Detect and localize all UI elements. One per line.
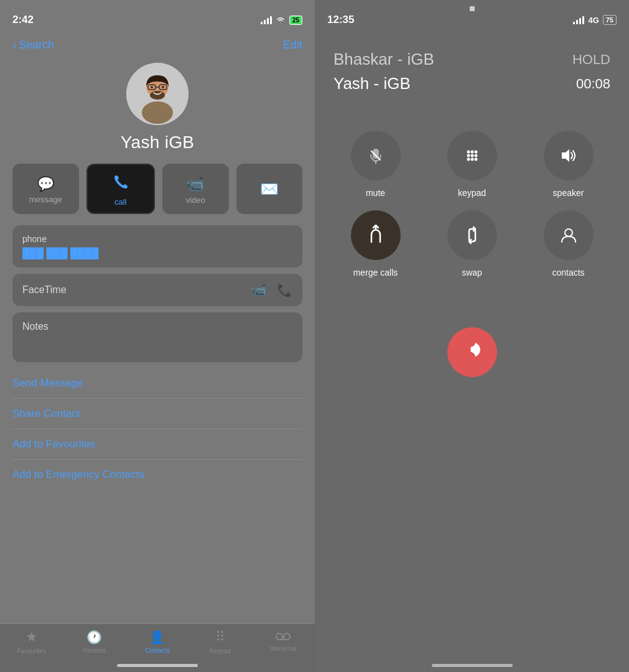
keypad-icon <box>463 146 482 165</box>
notes-label: Notes <box>22 321 49 332</box>
share-contact-link[interactable]: Share Contact <box>12 399 302 429</box>
facetime-video-icon[interactable]: 📹 <box>251 282 267 297</box>
favourites-label: Favourites <box>17 648 46 655</box>
avatar <box>126 63 189 125</box>
video-label: video <box>186 195 205 205</box>
svg-point-6 <box>151 86 153 88</box>
svg-point-21 <box>470 158 473 161</box>
contacts-label: contacts <box>552 268 584 278</box>
status-bar-right: 12:35 4G 75 <box>315 0 629 31</box>
action-buttons: 💬 message call 📹 video ✉️ <box>12 164 302 214</box>
mail-icon: ✉️ <box>260 180 279 198</box>
message-label: message <box>29 195 62 204</box>
keypad-label: Keypad <box>210 648 231 655</box>
swap-button[interactable]: swap <box>430 210 514 278</box>
call-buttons-grid: mute keypad <box>315 93 629 290</box>
tab-recents[interactable]: 🕐 Recents <box>76 630 113 654</box>
right-panel: 12:35 4G 75 Bhaskar - iGB HOLD <box>315 0 629 672</box>
caller-hold-status: HOLD <box>572 52 610 68</box>
svg-point-2 <box>142 101 173 124</box>
phone-section: phone ███ ███ ████ <box>12 225 302 268</box>
call-button[interactable]: call <box>86 164 156 214</box>
status-icons-right: 4G 75 <box>573 15 617 25</box>
caller-hold-name: Bhaskar - iGB <box>333 50 434 69</box>
message-button[interactable]: 💬 message <box>12 164 79 214</box>
speaker-label: speaker <box>553 188 584 198</box>
call-label: call <box>114 197 127 207</box>
speaker-button[interactable]: speaker <box>526 131 610 198</box>
status-time-right: 12:35 <box>327 14 354 26</box>
merge-calls-button[interactable]: merge calls <box>333 210 417 278</box>
tab-contacts[interactable]: 👤 Contacts <box>139 630 176 654</box>
right-content: 12:35 4G 75 Bhaskar - iGB HOLD <box>315 0 629 672</box>
facetime-audio-icon[interactable]: 📞 <box>277 282 292 297</box>
mute-button[interactable]: mute <box>333 131 417 198</box>
keypad-circle <box>447 131 497 180</box>
svg-point-9 <box>276 633 282 640</box>
call-contact-hold: Bhaskar - iGB HOLD <box>333 50 610 69</box>
chevron-left-icon: ‹ <box>12 39 16 52</box>
svg-point-22 <box>474 158 477 161</box>
recents-icon: 🕐 <box>86 630 102 645</box>
merge-calls-circle <box>351 210 401 260</box>
home-indicator-left <box>117 664 198 667</box>
keypad-label: keypad <box>458 188 486 198</box>
avatar-image <box>126 63 189 125</box>
tab-favourites[interactable]: ★ Favourites <box>13 629 50 655</box>
phone-value: ███ ███ ████ <box>22 248 292 259</box>
speaker-icon <box>558 146 579 165</box>
status-bar-left: 2:42 25 <box>0 0 315 31</box>
signal-icon-right <box>573 16 584 24</box>
voicemail-label: Voicemail <box>270 645 297 652</box>
end-call-button[interactable] <box>447 327 497 377</box>
end-call-section <box>315 327 629 377</box>
left-panel: 2:42 25 ‹ Search <box>0 0 315 672</box>
facetime-icons: 📹 📞 <box>251 282 292 297</box>
keypad-icon: ⠿ <box>215 629 225 645</box>
svg-point-17 <box>467 154 470 157</box>
mail-button[interactable]: ✉️ <box>236 164 303 214</box>
mute-circle <box>351 131 401 180</box>
swap-label: swap <box>462 268 482 278</box>
svg-point-7 <box>162 86 164 88</box>
mute-label: mute <box>366 188 385 198</box>
wifi-icon <box>276 16 286 24</box>
contacts-icon: 👤 <box>149 630 165 645</box>
svg-marker-23 <box>562 149 569 162</box>
speaker-circle <box>544 131 594 180</box>
swap-circle <box>447 210 497 260</box>
battery-level-right: 75 <box>606 16 613 24</box>
add-emergency-link[interactable]: Add to Emergency Contacts <box>12 460 302 490</box>
status-icons-left: 25 <box>261 16 302 25</box>
tab-voicemail[interactable]: Voicemail <box>264 632 302 652</box>
back-button[interactable]: ‹ Search <box>12 39 54 52</box>
send-message-link[interactable]: Send Message <box>12 368 302 399</box>
mute-icon <box>366 146 385 165</box>
video-button[interactable]: 📹 video <box>162 164 229 214</box>
contact-name: Yash iGB <box>121 133 195 152</box>
end-call-icon <box>461 341 483 363</box>
voicemail-icon <box>276 632 291 642</box>
avatar-section: Yash iGB <box>0 63 315 152</box>
contacts-label: Contacts <box>145 647 169 654</box>
status-time-left: 2:42 <box>12 14 34 26</box>
call-duration: 00:08 <box>576 76 610 92</box>
swap-icon <box>463 226 482 245</box>
nav-bar-left: ‹ Search Edit <box>0 34 315 57</box>
edit-button[interactable]: Edit <box>283 39 302 52</box>
call-info: Bhaskar - iGB HOLD Yash - iGB 00:08 <box>315 31 629 93</box>
merge-calls-label: merge calls <box>353 268 398 278</box>
contacts-icon <box>559 226 578 245</box>
network-label: 4G <box>588 16 599 25</box>
keypad-button[interactable]: keypad <box>430 131 514 198</box>
add-favourites-link[interactable]: Add to Favourites <box>12 429 302 460</box>
home-indicator-right <box>432 664 513 667</box>
svg-point-10 <box>284 633 290 640</box>
signal-icon <box>261 16 272 24</box>
svg-point-15 <box>470 151 473 154</box>
message-icon: 💬 <box>37 176 54 192</box>
front-camera-dot <box>470 6 475 11</box>
contacts-button[interactable]: contacts <box>526 210 610 278</box>
tab-keypad[interactable]: ⠿ Keypad <box>202 629 239 655</box>
action-links: Send Message Share Contact Add to Favour… <box>12 368 302 490</box>
